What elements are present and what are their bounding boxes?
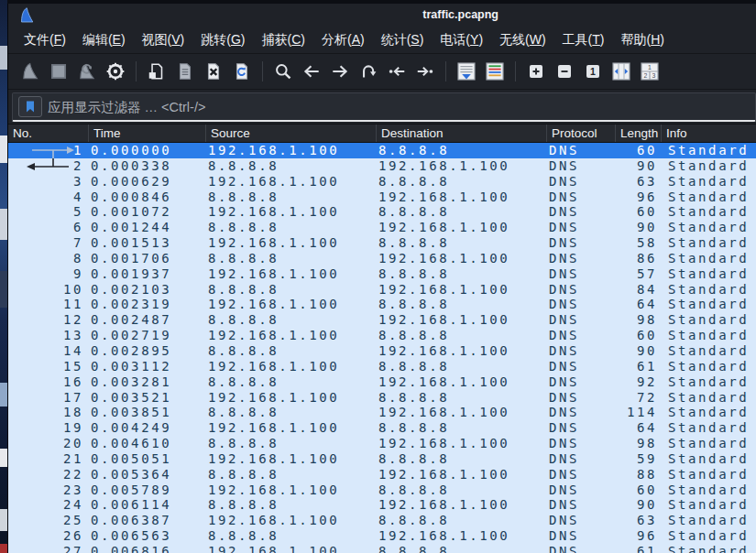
colorize-icon[interactable] bbox=[482, 59, 508, 84]
cell-time: 0.006114 bbox=[89, 497, 206, 513]
packet-row[interactable]: 200.0046108.8.8.8192.168.1.100DNS98Stand… bbox=[8, 436, 756, 451]
cell-source: 192.168.1.100 bbox=[206, 513, 377, 528]
cell-length: 98 bbox=[616, 436, 662, 451]
column-header-length[interactable]: Length bbox=[616, 125, 662, 142]
cell-source: 8.8.8.8 bbox=[206, 220, 377, 235]
packet-row[interactable]: 210.005051192.168.1.1008.8.8.8DNS59Stand… bbox=[8, 451, 756, 467]
menu-item-c[interactable]: 捕获(C) bbox=[254, 29, 313, 51]
packet-row[interactable]: 60.0012448.8.8.8192.168.1.100DNS90Standa… bbox=[8, 220, 756, 235]
zoom-out-icon[interactable] bbox=[552, 59, 577, 84]
find-packet-icon[interactable] bbox=[270, 59, 296, 84]
packet-row[interactable]: 150.003112192.168.1.1008.8.8.8DNS61Stand… bbox=[8, 359, 756, 374]
column-header-protocol[interactable]: Protocol bbox=[547, 125, 616, 142]
save-file-icon[interactable] bbox=[172, 59, 198, 84]
packet-row[interactable]: 40.0008468.8.8.8192.168.1.100DNS96Standa… bbox=[8, 190, 756, 205]
packet-row[interactable]: 160.0032818.8.8.8192.168.1.100DNS92Stand… bbox=[8, 374, 756, 390]
cell-no: 26 bbox=[8, 528, 89, 544]
cell-no: 2 bbox=[8, 158, 89, 174]
main-toolbar: 1123 bbox=[8, 53, 756, 89]
cell-source: 8.8.8.8 bbox=[206, 374, 377, 390]
cell-length: 72 bbox=[616, 390, 662, 406]
packet-row[interactable]: 20.0003388.8.8.8192.168.1.100DNS90Standa… bbox=[8, 158, 756, 174]
cell-protocol: DNS bbox=[547, 251, 616, 266]
cell-time: 0.001706 bbox=[89, 251, 206, 266]
packet-row[interactable]: 170.003521192.168.1.1008.8.8.8DNS72Stand… bbox=[8, 390, 756, 406]
packet-row[interactable]: 70.001513192.168.1.1008.8.8.8DNS58Standa… bbox=[8, 235, 756, 251]
cell-info: Standard qu bbox=[662, 436, 756, 451]
go-first-packet-icon[interactable] bbox=[384, 59, 410, 84]
menu-item-g[interactable]: 跳转(G) bbox=[192, 29, 253, 51]
packet-row[interactable]: 90.001937192.168.1.1008.8.8.8DNS57Standa… bbox=[8, 266, 756, 282]
cell-destination: 192.168.1.100 bbox=[377, 282, 547, 298]
menu-item-h[interactable]: 帮助(H) bbox=[613, 29, 673, 51]
packet-row[interactable]: 190.004249192.168.1.1008.8.8.8DNS64Stand… bbox=[8, 420, 756, 436]
cell-protocol: DNS bbox=[547, 544, 616, 553]
cell-source: 192.168.1.100 bbox=[206, 174, 377, 190]
cell-destination: 8.8.8.8 bbox=[377, 297, 547, 312]
cell-protocol: DNS bbox=[547, 528, 616, 544]
cell-no: 22 bbox=[8, 467, 89, 483]
column-header-time[interactable]: Time bbox=[89, 125, 206, 142]
stop-capture-icon[interactable] bbox=[46, 59, 71, 84]
display-filter-input[interactable] bbox=[48, 100, 750, 114]
packet-row[interactable]: 100.0021038.8.8.8192.168.1.100DNS84Stand… bbox=[8, 282, 756, 298]
menu-item-v[interactable]: 视图(V) bbox=[134, 29, 193, 51]
cell-destination: 192.168.1.100 bbox=[377, 312, 547, 328]
capture-options-icon[interactable] bbox=[103, 59, 128, 84]
layout-icon[interactable]: 123 bbox=[637, 59, 663, 84]
close-file-icon[interactable] bbox=[201, 59, 226, 84]
packet-row[interactable]: 250.006387192.168.1.1008.8.8.8DNS63Stand… bbox=[8, 513, 756, 528]
packet-row[interactable]: 80.0017068.8.8.8192.168.1.100DNS86Standa… bbox=[8, 251, 756, 266]
column-header-destination[interactable]: Destination bbox=[377, 125, 547, 142]
packet-row[interactable]: 260.0065638.8.8.8192.168.1.100DNS96Stand… bbox=[8, 528, 756, 544]
packet-list[interactable]: 10.000000192.168.1.1008.8.8.8DNS60Standa… bbox=[8, 143, 756, 553]
open-file-icon[interactable] bbox=[144, 59, 170, 84]
packet-row[interactable]: 180.0038518.8.8.8192.168.1.100DNS114Stan… bbox=[8, 405, 756, 420]
menu-item-t[interactable]: 工具(T) bbox=[554, 29, 613, 51]
cell-no: 10 bbox=[8, 282, 89, 298]
resize-columns-icon[interactable] bbox=[608, 59, 634, 84]
menu-item-f[interactable]: 文件(F) bbox=[16, 29, 74, 51]
menu-item-s[interactable]: 统计(S) bbox=[373, 29, 433, 51]
cell-protocol: DNS bbox=[547, 235, 616, 251]
menu-item-e[interactable]: 编辑(E) bbox=[74, 29, 134, 51]
menu-item-w[interactable]: 无线(W) bbox=[491, 29, 554, 51]
packet-row[interactable]: 50.001072192.168.1.1008.8.8.8DNS60Standa… bbox=[8, 204, 756, 220]
packet-row[interactable]: 140.0028958.8.8.8192.168.1.100DNS90Stand… bbox=[8, 343, 756, 359]
packet-row[interactable]: 220.0053648.8.8.8192.168.1.100DNS88Stand… bbox=[8, 467, 756, 483]
zoom-in-icon[interactable] bbox=[523, 59, 549, 84]
packet-row[interactable]: 120.0024878.8.8.8192.168.1.100DNS98Stand… bbox=[8, 312, 756, 328]
filter-bookmark-button[interactable] bbox=[18, 96, 42, 117]
cell-source: 8.8.8.8 bbox=[206, 436, 377, 451]
toolbar-separator bbox=[445, 61, 446, 81]
zoom-100-icon[interactable]: 1 bbox=[580, 59, 606, 84]
cell-source: 192.168.1.100 bbox=[206, 143, 377, 158]
packet-row[interactable]: 230.005789192.168.1.1008.8.8.8DNS60Stand… bbox=[8, 483, 756, 498]
go-last-packet-icon[interactable] bbox=[412, 59, 438, 84]
packet-row[interactable]: 130.002719192.168.1.1008.8.8.8DNS60Stand… bbox=[8, 328, 756, 343]
packet-row[interactable]: 110.002319192.168.1.1008.8.8.8DNS64Stand… bbox=[8, 297, 756, 312]
packet-row[interactable]: 240.0061148.8.8.8192.168.1.100DNS90Stand… bbox=[8, 497, 756, 513]
start-capture-icon[interactable] bbox=[17, 59, 43, 84]
packet-row[interactable]: 10.000000192.168.1.1008.8.8.8DNS60Standa… bbox=[8, 143, 756, 158]
packet-row[interactable]: 270.006816192.168.1.1008.8.8.8DNS61Stand… bbox=[8, 544, 756, 553]
cell-no: 24 bbox=[8, 497, 89, 513]
display-filter-field[interactable] bbox=[12, 92, 756, 122]
cell-length: 98 bbox=[616, 312, 662, 328]
go-to-packet-icon[interactable] bbox=[356, 59, 381, 84]
reload-file-icon[interactable] bbox=[229, 59, 255, 84]
wireshark-window: traffic.pcapng 文件(F)编辑(E)视图(V)跳转(G)捕获(C)… bbox=[7, 4, 756, 553]
go-back-icon[interactable] bbox=[299, 59, 324, 84]
go-forward-icon[interactable] bbox=[327, 59, 353, 84]
column-header-info[interactable]: Info bbox=[662, 125, 756, 142]
restart-capture-icon[interactable] bbox=[74, 59, 100, 84]
cell-length: 64 bbox=[616, 420, 662, 436]
menu-item-a[interactable]: 分析(A) bbox=[313, 29, 373, 51]
auto-scroll-icon[interactable] bbox=[454, 59, 479, 84]
packet-row[interactable]: 30.000629192.168.1.1008.8.8.8DNS63Standa… bbox=[8, 174, 756, 190]
menu-item-y[interactable]: 电话(Y) bbox=[432, 29, 491, 51]
column-header-source[interactable]: Source bbox=[206, 125, 377, 142]
column-header-no[interactable]: No. bbox=[8, 125, 89, 142]
titlebar[interactable]: traffic.pcapng bbox=[8, 4, 756, 27]
desktop-icon-fragment bbox=[0, 383, 7, 407]
